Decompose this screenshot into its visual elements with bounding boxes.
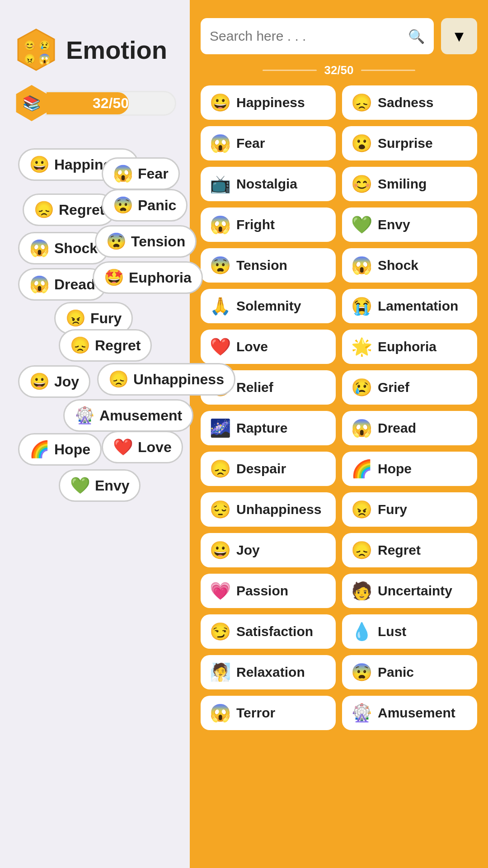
grid-chip-label: Lust: [378, 624, 406, 639]
grid-chip-g-fury[interactable]: 😠Fury: [342, 492, 477, 527]
grid-chip-emoji: 🙏: [210, 296, 231, 316]
grid-scroll[interactable]: 😀Happiness😞Sadness😱Fear😮Surprise📺Nostalg…: [201, 85, 477, 857]
grid-chip-g-love[interactable]: ❤️Love: [201, 330, 336, 364]
filter-icon: ▼: [451, 28, 467, 45]
grid-chip-emoji: 😱: [210, 133, 231, 153]
svg-text:😊: 😊: [23, 39, 36, 52]
scattered-chip-s-love[interactable]: ❤️Love: [102, 431, 183, 463]
left-panel: 😊 😢 😠 😱 Emotion 📚 32/50 😀Happiness😱Fear😞…: [0, 0, 190, 868]
scattered-chip-s-joy[interactable]: 😀Joy: [18, 365, 90, 398]
grid-chip-emoji: 😢: [351, 377, 372, 397]
scattered-chip-s-hope[interactable]: 🌈Hope: [18, 433, 102, 466]
chip-emoji: 😠: [66, 309, 86, 328]
svg-text:😱: 😱: [38, 53, 51, 65]
search-input[interactable]: [210, 28, 404, 44]
grid-chip-g-fright[interactable]: 😱Fright: [201, 208, 336, 242]
scattered-chip-s-envy[interactable]: 💚Envy: [59, 469, 141, 502]
scattered-chip-s-amusement[interactable]: 🎡Amusement: [63, 399, 193, 432]
grid-chip-label: Lamentation: [378, 298, 458, 314]
app-logo-icon: 😊 😢 😠 😱: [14, 27, 59, 72]
chip-emoji: 😞: [34, 200, 54, 219]
chip-emoji: 😨: [113, 196, 133, 215]
grid-chip-g-terror[interactable]: 😱Terror: [201, 696, 336, 730]
grid-chip-emoji: 😮: [351, 133, 372, 153]
grid-chip-g-panic[interactable]: 😨Panic: [342, 655, 477, 689]
search-bar-row: 🔍 ▼: [201, 18, 477, 54]
grid-chip-emoji: 😱: [351, 255, 372, 275]
grid-chip-g-tension[interactable]: 😨Tension: [201, 248, 336, 283]
grid-chip-g-dread[interactable]: 😱Dread: [342, 411, 477, 445]
grid-chip-g-envy[interactable]: 💚Envy: [342, 208, 477, 242]
grid-chip-g-regret[interactable]: 😞Regret: [342, 533, 477, 567]
grid-chip-label: Dread: [378, 420, 416, 436]
grid-chip-g-fear[interactable]: 😱Fear: [201, 126, 336, 160]
chip-label: Joy: [54, 373, 79, 390]
grid-chip-label: Grief: [378, 380, 409, 395]
svg-text:😠: 😠: [23, 53, 36, 65]
grid-chip-g-despair[interactable]: 😞Despair: [201, 452, 336, 486]
grid-chip-emoji: 😠: [351, 500, 372, 519]
chip-emoji: 😱: [29, 275, 50, 294]
grid-chip-g-sadness[interactable]: 😞Sadness: [342, 85, 477, 120]
grid-chip-label: Fear: [236, 136, 265, 151]
grid-chip-g-amusement[interactable]: 🎡Amusement: [342, 696, 477, 730]
scattered-chip-s-fear[interactable]: 😱Fear: [102, 157, 180, 190]
grid-chip-g-nostalgia[interactable]: 📺Nostalgia: [201, 167, 336, 201]
grid-chip-g-happiness[interactable]: 😀Happiness: [201, 85, 336, 120]
grid-chip-g-hope[interactable]: 🌈Hope: [342, 452, 477, 486]
chip-emoji: 😞: [108, 370, 129, 389]
grid-chip-g-unhappiness[interactable]: 😔Unhappiness: [201, 492, 336, 527]
grid-chip-g-uncertainty[interactable]: 🧑Uncertainty: [342, 574, 477, 608]
grid-chip-emoji: 😨: [351, 662, 372, 682]
grid-chip-label: Smiling: [378, 176, 427, 192]
grid-chip-g-relaxation[interactable]: 🧖Relaxation: [201, 655, 336, 689]
app-header: 😊 😢 😠 😱 Emotion: [14, 27, 176, 72]
chip-label: Regret: [95, 337, 141, 354]
grid-chip-g-euphoria[interactable]: 🌟Euphoria: [342, 330, 477, 364]
progress-bar-container: 📚 32/50: [14, 85, 176, 121]
search-icon[interactable]: 🔍: [408, 28, 425, 44]
grid-chip-g-rapture[interactable]: 🌌Rapture: [201, 411, 336, 445]
grid-chip-g-solemnity[interactable]: 🙏Solemnity: [201, 289, 336, 323]
filter-button[interactable]: ▼: [441, 18, 477, 54]
chip-label: Regret: [59, 202, 104, 218]
grid-chip-emoji: 😊: [351, 174, 372, 194]
grid-chip-g-surprise[interactable]: 😮Surprise: [342, 126, 477, 160]
chip-emoji: 😨: [106, 232, 127, 251]
scattered-chip-s-regret2[interactable]: 😞Regret: [59, 329, 152, 362]
scattered-chip-s-euphoria[interactable]: 🤩Euphoria: [93, 261, 203, 294]
grid-chip-g-joy[interactable]: 😀Joy: [201, 533, 336, 567]
grid-chip-emoji: 😱: [210, 703, 231, 723]
grid-chip-label: Panic: [378, 665, 414, 680]
grid-chip-label: Despair: [236, 461, 286, 476]
chip-emoji: 🌈: [29, 440, 50, 459]
grid-chip-g-lamentation[interactable]: 😭Lamentation: [342, 289, 477, 323]
grid-chip-label: Regret: [378, 542, 421, 558]
grid-chip-g-smiling[interactable]: 😊Smiling: [342, 167, 477, 201]
grid-chip-emoji: 😞: [351, 540, 372, 560]
scattered-chip-s-panic[interactable]: 😨Panic: [102, 189, 188, 222]
svg-text:😢: 😢: [38, 39, 51, 52]
progress-text: 32/50: [93, 95, 129, 112]
grid-chip-g-shock[interactable]: 😱Shock: [342, 248, 477, 283]
chip-emoji: 😀: [29, 372, 50, 391]
scattered-chip-s-unhappiness[interactable]: 😞Unhappiness: [97, 363, 235, 396]
scattered-chip-s-tension[interactable]: 😨Tension: [95, 225, 197, 258]
chip-emoji: 🤩: [104, 268, 124, 287]
scattered-chip-s-regret[interactable]: 😞Regret: [23, 193, 116, 226]
search-input-container[interactable]: 🔍: [201, 18, 434, 54]
chip-label: Amusement: [99, 407, 182, 424]
grid-chip-g-satisfaction[interactable]: 😏Satisfaction: [201, 614, 336, 649]
grid-chip-g-passion[interactable]: 💗Passion: [201, 574, 336, 608]
progress-icon: 📚: [14, 85, 50, 121]
count-row: 32/50: [201, 63, 477, 77]
grid-chip-emoji: 😞: [210, 459, 231, 479]
grid-chip-g-lust[interactable]: 💧Lust: [342, 614, 477, 649]
emotion-grid: 😀Happiness😞Sadness😱Fear😮Surprise📺Nostalg…: [201, 85, 477, 730]
grid-chip-label: Fury: [378, 502, 407, 517]
grid-chip-emoji: 😱: [351, 418, 372, 438]
chip-emoji: 💚: [70, 476, 90, 495]
grid-chip-label: Hope: [378, 461, 412, 476]
grid-chip-g-grief[interactable]: 😢Grief: [342, 370, 477, 405]
grid-chip-emoji: 📺: [210, 174, 231, 194]
